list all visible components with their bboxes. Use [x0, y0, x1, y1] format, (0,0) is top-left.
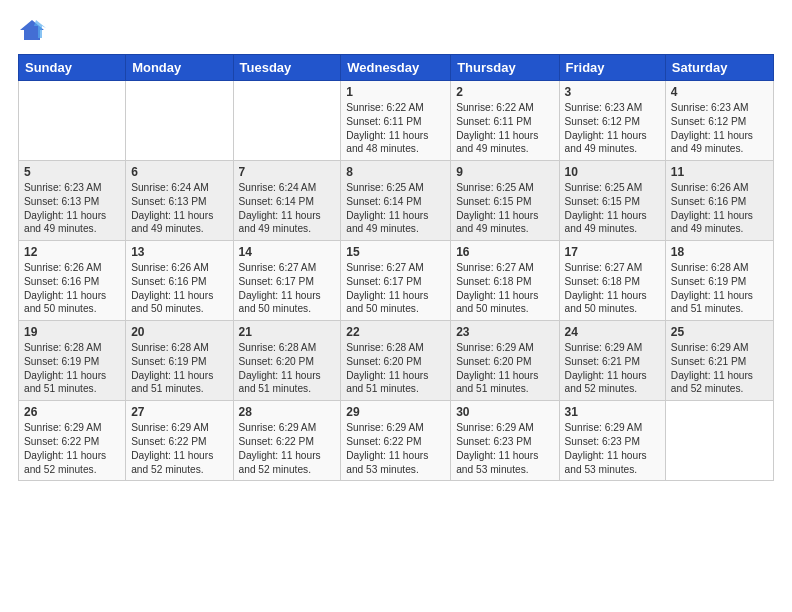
- logo-icon: [18, 16, 46, 44]
- calendar-cell: 8Sunrise: 6:25 AM Sunset: 6:14 PM Daylig…: [341, 161, 451, 241]
- day-number: 2: [456, 85, 553, 99]
- calendar-cell: 17Sunrise: 6:27 AM Sunset: 6:18 PM Dayli…: [559, 241, 665, 321]
- day-number: 18: [671, 245, 768, 259]
- calendar-cell: 28Sunrise: 6:29 AM Sunset: 6:22 PM Dayli…: [233, 401, 341, 481]
- day-number: 29: [346, 405, 445, 419]
- day-info: Sunrise: 6:27 AM Sunset: 6:18 PM Dayligh…: [456, 261, 553, 316]
- calendar-week-row: 19Sunrise: 6:28 AM Sunset: 6:19 PM Dayli…: [19, 321, 774, 401]
- day-number: 30: [456, 405, 553, 419]
- day-info: Sunrise: 6:25 AM Sunset: 6:15 PM Dayligh…: [565, 181, 660, 236]
- calendar-table: SundayMondayTuesdayWednesdayThursdayFrid…: [18, 54, 774, 481]
- day-info: Sunrise: 6:29 AM Sunset: 6:21 PM Dayligh…: [565, 341, 660, 396]
- day-number: 20: [131, 325, 227, 339]
- day-number: 14: [239, 245, 336, 259]
- day-number: 25: [671, 325, 768, 339]
- day-info: Sunrise: 6:23 AM Sunset: 6:13 PM Dayligh…: [24, 181, 120, 236]
- calendar-cell: 18Sunrise: 6:28 AM Sunset: 6:19 PM Dayli…: [665, 241, 773, 321]
- calendar-header-row: SundayMondayTuesdayWednesdayThursdayFrid…: [19, 55, 774, 81]
- day-info: Sunrise: 6:26 AM Sunset: 6:16 PM Dayligh…: [671, 181, 768, 236]
- calendar-week-row: 26Sunrise: 6:29 AM Sunset: 6:22 PM Dayli…: [19, 401, 774, 481]
- calendar-cell: 3Sunrise: 6:23 AM Sunset: 6:12 PM Daylig…: [559, 81, 665, 161]
- calendar-cell: 22Sunrise: 6:28 AM Sunset: 6:20 PM Dayli…: [341, 321, 451, 401]
- calendar-cell: 27Sunrise: 6:29 AM Sunset: 6:22 PM Dayli…: [126, 401, 233, 481]
- calendar-cell: [19, 81, 126, 161]
- calendar-header-tuesday: Tuesday: [233, 55, 341, 81]
- day-number: 10: [565, 165, 660, 179]
- day-info: Sunrise: 6:27 AM Sunset: 6:17 PM Dayligh…: [239, 261, 336, 316]
- day-number: 3: [565, 85, 660, 99]
- calendar-header-wednesday: Wednesday: [341, 55, 451, 81]
- day-number: 15: [346, 245, 445, 259]
- calendar-cell: 11Sunrise: 6:26 AM Sunset: 6:16 PM Dayli…: [665, 161, 773, 241]
- calendar-cell: 1Sunrise: 6:22 AM Sunset: 6:11 PM Daylig…: [341, 81, 451, 161]
- day-info: Sunrise: 6:24 AM Sunset: 6:13 PM Dayligh…: [131, 181, 227, 236]
- day-number: 24: [565, 325, 660, 339]
- day-info: Sunrise: 6:23 AM Sunset: 6:12 PM Dayligh…: [671, 101, 768, 156]
- calendar-cell: 23Sunrise: 6:29 AM Sunset: 6:20 PM Dayli…: [451, 321, 559, 401]
- day-number: 6: [131, 165, 227, 179]
- day-number: 21: [239, 325, 336, 339]
- day-info: Sunrise: 6:29 AM Sunset: 6:22 PM Dayligh…: [24, 421, 120, 476]
- calendar-cell: 21Sunrise: 6:28 AM Sunset: 6:20 PM Dayli…: [233, 321, 341, 401]
- calendar-week-row: 1Sunrise: 6:22 AM Sunset: 6:11 PM Daylig…: [19, 81, 774, 161]
- day-number: 7: [239, 165, 336, 179]
- day-info: Sunrise: 6:28 AM Sunset: 6:19 PM Dayligh…: [671, 261, 768, 316]
- calendar-header-sunday: Sunday: [19, 55, 126, 81]
- day-number: 12: [24, 245, 120, 259]
- calendar-header-saturday: Saturday: [665, 55, 773, 81]
- calendar-week-row: 12Sunrise: 6:26 AM Sunset: 6:16 PM Dayli…: [19, 241, 774, 321]
- logo: [18, 16, 50, 44]
- calendar-cell: 5Sunrise: 6:23 AM Sunset: 6:13 PM Daylig…: [19, 161, 126, 241]
- calendar-header-friday: Friday: [559, 55, 665, 81]
- calendar-cell: 19Sunrise: 6:28 AM Sunset: 6:19 PM Dayli…: [19, 321, 126, 401]
- day-info: Sunrise: 6:27 AM Sunset: 6:17 PM Dayligh…: [346, 261, 445, 316]
- calendar-cell: [665, 401, 773, 481]
- day-info: Sunrise: 6:27 AM Sunset: 6:18 PM Dayligh…: [565, 261, 660, 316]
- day-number: 23: [456, 325, 553, 339]
- day-info: Sunrise: 6:25 AM Sunset: 6:15 PM Dayligh…: [456, 181, 553, 236]
- calendar-header-monday: Monday: [126, 55, 233, 81]
- calendar-cell: 6Sunrise: 6:24 AM Sunset: 6:13 PM Daylig…: [126, 161, 233, 241]
- day-number: 26: [24, 405, 120, 419]
- day-number: 17: [565, 245, 660, 259]
- day-number: 8: [346, 165, 445, 179]
- calendar-cell: 26Sunrise: 6:29 AM Sunset: 6:22 PM Dayli…: [19, 401, 126, 481]
- day-info: Sunrise: 6:28 AM Sunset: 6:20 PM Dayligh…: [239, 341, 336, 396]
- page: SundayMondayTuesdayWednesdayThursdayFrid…: [0, 0, 792, 612]
- day-info: Sunrise: 6:26 AM Sunset: 6:16 PM Dayligh…: [24, 261, 120, 316]
- calendar-cell: 4Sunrise: 6:23 AM Sunset: 6:12 PM Daylig…: [665, 81, 773, 161]
- calendar-cell: 12Sunrise: 6:26 AM Sunset: 6:16 PM Dayli…: [19, 241, 126, 321]
- day-info: Sunrise: 6:29 AM Sunset: 6:23 PM Dayligh…: [456, 421, 553, 476]
- calendar-cell: 14Sunrise: 6:27 AM Sunset: 6:17 PM Dayli…: [233, 241, 341, 321]
- calendar-cell: [233, 81, 341, 161]
- calendar-cell: 16Sunrise: 6:27 AM Sunset: 6:18 PM Dayli…: [451, 241, 559, 321]
- day-info: Sunrise: 6:29 AM Sunset: 6:22 PM Dayligh…: [239, 421, 336, 476]
- calendar-cell: 13Sunrise: 6:26 AM Sunset: 6:16 PM Dayli…: [126, 241, 233, 321]
- calendar-week-row: 5Sunrise: 6:23 AM Sunset: 6:13 PM Daylig…: [19, 161, 774, 241]
- day-number: 13: [131, 245, 227, 259]
- day-info: Sunrise: 6:23 AM Sunset: 6:12 PM Dayligh…: [565, 101, 660, 156]
- day-number: 27: [131, 405, 227, 419]
- day-number: 31: [565, 405, 660, 419]
- day-number: 4: [671, 85, 768, 99]
- day-info: Sunrise: 6:28 AM Sunset: 6:19 PM Dayligh…: [24, 341, 120, 396]
- day-info: Sunrise: 6:26 AM Sunset: 6:16 PM Dayligh…: [131, 261, 227, 316]
- day-number: 19: [24, 325, 120, 339]
- calendar-cell: 29Sunrise: 6:29 AM Sunset: 6:22 PM Dayli…: [341, 401, 451, 481]
- calendar-cell: 2Sunrise: 6:22 AM Sunset: 6:11 PM Daylig…: [451, 81, 559, 161]
- day-number: 1: [346, 85, 445, 99]
- day-info: Sunrise: 6:29 AM Sunset: 6:20 PM Dayligh…: [456, 341, 553, 396]
- day-info: Sunrise: 6:22 AM Sunset: 6:11 PM Dayligh…: [456, 101, 553, 156]
- day-number: 28: [239, 405, 336, 419]
- calendar-cell: 20Sunrise: 6:28 AM Sunset: 6:19 PM Dayli…: [126, 321, 233, 401]
- calendar-cell: 25Sunrise: 6:29 AM Sunset: 6:21 PM Dayli…: [665, 321, 773, 401]
- day-number: 5: [24, 165, 120, 179]
- day-number: 9: [456, 165, 553, 179]
- day-info: Sunrise: 6:29 AM Sunset: 6:21 PM Dayligh…: [671, 341, 768, 396]
- day-info: Sunrise: 6:29 AM Sunset: 6:23 PM Dayligh…: [565, 421, 660, 476]
- calendar-cell: [126, 81, 233, 161]
- day-info: Sunrise: 6:29 AM Sunset: 6:22 PM Dayligh…: [131, 421, 227, 476]
- day-info: Sunrise: 6:28 AM Sunset: 6:20 PM Dayligh…: [346, 341, 445, 396]
- day-info: Sunrise: 6:25 AM Sunset: 6:14 PM Dayligh…: [346, 181, 445, 236]
- day-number: 22: [346, 325, 445, 339]
